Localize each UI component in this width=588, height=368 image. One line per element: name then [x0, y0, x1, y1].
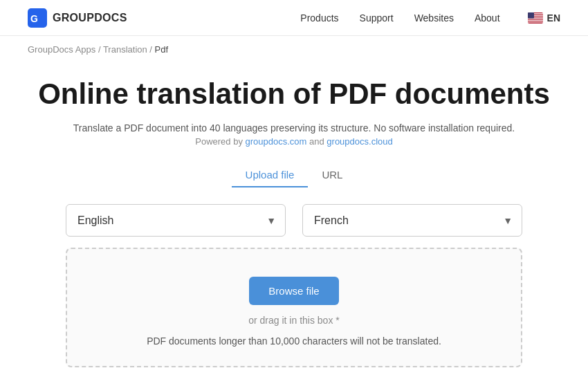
groupdocs-cloud-link[interactable]: groupdocs.cloud: [327, 136, 392, 147]
nav-products[interactable]: Products: [300, 12, 338, 24]
logo[interactable]: G GROUPDOCS: [28, 8, 127, 28]
breadcrumb-translation[interactable]: Translation: [103, 44, 147, 55]
nav-support[interactable]: Support: [360, 12, 394, 24]
main-nav: Products Support Websites About: [300, 12, 499, 24]
svg-rect-7: [528, 19, 543, 20]
logo-text: GROUPDOCS: [53, 12, 127, 24]
tabs: Upload file URL: [232, 163, 357, 187]
lang-code: EN: [547, 12, 560, 24]
language-selector[interactable]: EN: [528, 12, 560, 24]
tab-upload-file[interactable]: Upload file: [232, 163, 309, 187]
drag-text: or drag it in this box *: [248, 315, 340, 326]
target-language-select[interactable]: French English German Spanish Italian: [302, 204, 522, 237]
char-limit-notice: PDF documents longer than 10,000 charact…: [147, 335, 441, 347]
flag-icon: [528, 12, 543, 24]
groupdocs-com-link[interactable]: groupdocs.com: [246, 136, 307, 147]
nav-websites[interactable]: Websites: [414, 12, 454, 24]
svg-text:G: G: [30, 13, 38, 24]
subtitle: Translate a PDF document into 40 languag…: [73, 122, 515, 134]
breadcrumb-groupdocs[interactable]: GroupDocs Apps: [28, 44, 95, 55]
svg-rect-9: [528, 12, 534, 19]
target-language-wrapper: French English German Spanish Italian ▼: [302, 204, 522, 237]
language-dropdowns: English French German Spanish Italian ▼ …: [66, 204, 522, 237]
source-language-select[interactable]: English French German Spanish Italian: [66, 204, 286, 237]
header: G GROUPDOCS Products Support Websites Ab…: [0, 0, 588, 36]
nav-about[interactable]: About: [475, 12, 500, 24]
upload-drop-zone[interactable]: Browse file or drag it in this box * PDF…: [66, 248, 522, 367]
powered-by: Powered by groupdocs.com and groupdocs.c…: [195, 136, 392, 147]
tab-url[interactable]: URL: [308, 163, 356, 187]
main-content: Online translation of PDF documents Tran…: [0, 63, 588, 368]
logo-icon: G: [28, 8, 47, 28]
breadcrumb: GroupDocs Apps / Translation / Pdf: [0, 36, 588, 63]
breadcrumb-current: Pdf: [155, 44, 169, 55]
svg-rect-8: [528, 21, 543, 22]
source-language-wrapper: English French German Spanish Italian ▼: [66, 204, 286, 237]
browse-file-button[interactable]: Browse file: [249, 277, 338, 305]
page-title: Online translation of PDF documents: [38, 77, 550, 111]
